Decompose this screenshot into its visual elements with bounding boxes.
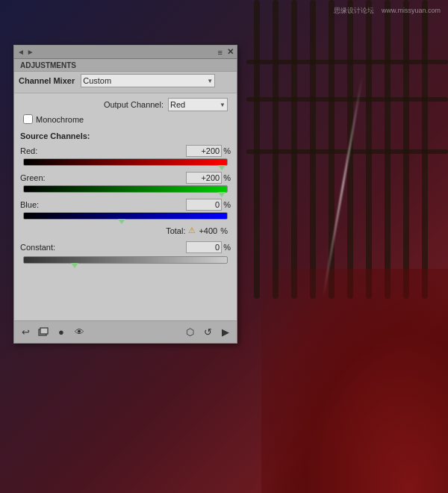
footer-eye-icon[interactable]: ● — [55, 326, 68, 339]
green-channel-value-wrap: % — [186, 172, 231, 184]
total-percent: % — [220, 226, 228, 235]
constant-slider-container — [23, 256, 228, 264]
red-slider-container — [23, 158, 228, 166]
blue-slider-track[interactable] — [23, 212, 228, 220]
panel-footer: ↩ ● 👁 ⬡ ↺ ▶ — [14, 320, 237, 343]
footer-visibility-icon[interactable]: 👁 — [72, 326, 86, 339]
total-value: +400 — [199, 226, 217, 235]
panel-tab[interactable]: ADJUSTMENTS — [14, 59, 237, 72]
monochrome-label: Monochrome — [36, 115, 84, 124]
red-slider-track[interactable] — [23, 158, 228, 166]
blue-slider-container — [23, 212, 228, 220]
panel-header: Channel Mixer Custom Default — [14, 72, 237, 93]
constant-input[interactable] — [186, 241, 222, 253]
red-percent: % — [223, 146, 231, 155]
green-slider-container — [23, 185, 228, 193]
panel-topbar-left: ◄ ► — [17, 48, 34, 56]
constant-slider-track[interactable] — [23, 256, 228, 264]
total-label: Total: — [166, 226, 185, 235]
output-channel-row: Output Channel: Red Green Blue — [20, 98, 231, 111]
constant-slider-handle[interactable] — [71, 263, 78, 268]
panel-scroll-arrows[interactable]: ◄ ► — [17, 48, 34, 56]
channel-row-red: Red: % — [20, 145, 231, 166]
green-slider-track[interactable] — [23, 185, 228, 193]
preset-select-wrapper[interactable]: Custom Default — [81, 74, 215, 87]
footer-back-icon[interactable]: ↩ — [19, 326, 32, 339]
panel-tab-label: ADJUSTMENTS — [20, 61, 76, 69]
red-slider-handle[interactable] — [218, 165, 225, 170]
channel-row-blue: Blue: % — [20, 199, 231, 220]
footer-left: ↩ ● 👁 — [19, 326, 86, 339]
blue-channel-value-wrap: % — [186, 199, 231, 211]
footer-layer-icon[interactable] — [37, 326, 50, 339]
constant-percent: % — [223, 243, 231, 252]
channel-row-green: Green: % — [20, 172, 231, 193]
footer-right: ⬡ ↺ ▶ — [183, 326, 232, 339]
green-percent: % — [223, 173, 231, 182]
monochrome-row: Monochrome — [20, 114, 231, 124]
constant-section: Constant: % — [20, 241, 231, 264]
panel-topbar: ◄ ► ≡ ✕ — [14, 46, 237, 59]
panel-title: Channel Mixer — [19, 76, 75, 85]
blue-slider-handle[interactable] — [118, 219, 125, 224]
green-slider-handle[interactable] — [218, 192, 225, 197]
panel-close-button[interactable]: ✕ — [227, 47, 234, 57]
panel-spacer — [14, 268, 237, 320]
svg-rect-1 — [40, 328, 48, 334]
red-channel-label: Red: — [20, 146, 50, 155]
output-channel-label: Output Channel: — [104, 100, 164, 109]
green-channel-label: Green: — [20, 173, 50, 182]
red-channel-input[interactable] — [186, 145, 222, 157]
constant-label: Constant: — [20, 243, 55, 252]
red-fabric — [261, 269, 448, 493]
output-channel-select[interactable]: Red Green Blue — [168, 98, 228, 111]
total-row: Total: ⚠ +400 % — [20, 226, 231, 235]
red-channel-value-wrap: % — [186, 145, 231, 157]
preset-select[interactable]: Custom Default — [81, 74, 215, 87]
panel-body: Output Channel: Red Green Blue Monochrom… — [14, 93, 237, 268]
watermark-text1: 思缘设计论坛 — [334, 7, 374, 14]
adjustments-panel: ◄ ► ≡ ✕ ADJUSTMENTS Channel Mixer Custom… — [13, 45, 237, 344]
output-channel-select-wrapper[interactable]: Red Green Blue — [168, 98, 228, 111]
watermark: 思缘设计论坛 www.missyuan.com — [334, 6, 441, 16]
blue-percent: % — [223, 200, 231, 209]
watermark-text2: www.missyuan.com — [382, 7, 441, 14]
footer-link-icon[interactable]: ⬡ — [183, 326, 196, 339]
monochrome-checkbox[interactable] — [23, 114, 33, 124]
green-channel-input[interactable] — [186, 172, 222, 184]
blue-channel-label: Blue: — [20, 200, 50, 209]
constant-value-wrap: % — [186, 241, 231, 253]
source-channels-label: Source Channels: — [20, 131, 231, 140]
footer-delete-icon[interactable]: ▶ — [219, 326, 232, 339]
footer-reset-icon[interactable]: ↺ — [201, 326, 214, 339]
total-warning-icon: ⚠ — [188, 226, 196, 235]
panel-menu-icon[interactable]: ≡ — [218, 48, 223, 57]
blue-channel-input[interactable] — [186, 199, 222, 211]
